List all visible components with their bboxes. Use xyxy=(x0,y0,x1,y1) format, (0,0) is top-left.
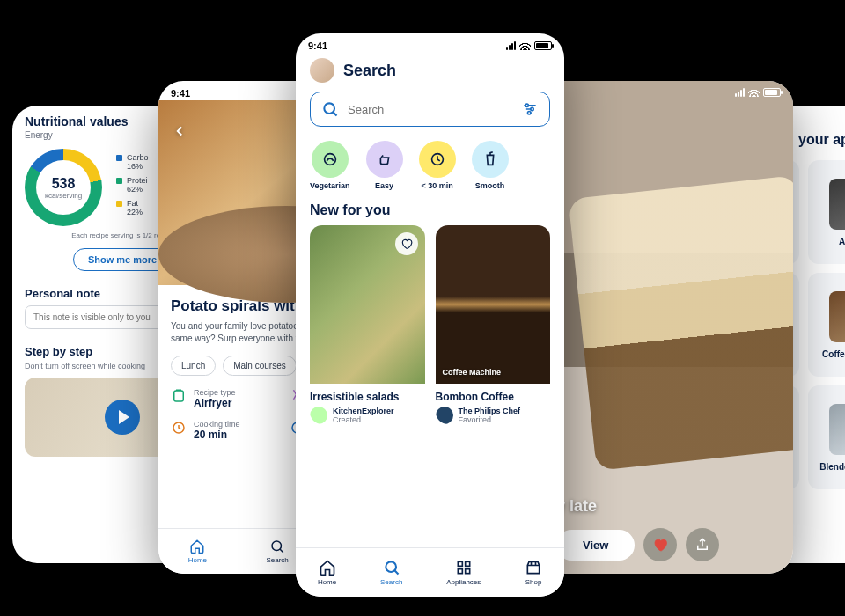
tag[interactable]: Main courses xyxy=(223,356,296,376)
view-button[interactable]: View xyxy=(556,530,635,561)
svg-point-11 xyxy=(528,112,531,114)
section-title: New for you xyxy=(296,195,564,225)
svg-point-8 xyxy=(324,103,334,114)
appliance-card[interactable]: Airfryer xyxy=(808,160,845,264)
card-salads[interactable]: Irresistible salads KitchenExplorerCreat… xyxy=(310,225,425,424)
card-coffee[interactable]: Coffee Machine Bombon Coffee The Philips… xyxy=(436,225,551,424)
tab-search[interactable]: Search xyxy=(380,559,402,586)
clock-icon xyxy=(171,420,187,436)
tab-bar: Home Search Appliances Shop xyxy=(296,547,564,597)
svg-rect-18 xyxy=(465,569,469,574)
kcal-value: 538 xyxy=(52,176,76,192)
screen-search: 9:41 Search Vegetarian Easy < 30 min Smo… xyxy=(296,33,564,597)
play-icon[interactable] xyxy=(105,400,140,435)
tab-appliances[interactable]: Appliances xyxy=(446,559,481,586)
favorite-button[interactable] xyxy=(395,232,418,255)
svg-point-12 xyxy=(324,154,335,165)
card-title: Irresistible salads xyxy=(310,391,425,403)
svg-rect-15 xyxy=(458,561,462,566)
card-overlay-label: Coffee Machine xyxy=(443,368,502,377)
back-icon[interactable] xyxy=(172,123,187,139)
screen-coffee: y late View xyxy=(542,81,793,574)
tab-home[interactable]: Home xyxy=(318,559,336,586)
search-box[interactable] xyxy=(310,92,550,127)
show-more-button[interactable]: Show me more xyxy=(73,248,172,271)
creator-avatar xyxy=(310,407,327,424)
svg-point-10 xyxy=(531,107,533,110)
status-bar: 9:41 xyxy=(296,33,564,53)
svg-rect-17 xyxy=(458,569,462,574)
creator-avatar xyxy=(436,407,453,424)
page-title: Search xyxy=(343,62,396,80)
search-input[interactable] xyxy=(348,103,512,116)
chip-time[interactable]: < 30 min xyxy=(419,141,456,190)
chip-vegetarian[interactable]: Vegetarian xyxy=(310,141,350,190)
heart-button[interactable] xyxy=(643,528,677,561)
svg-rect-0 xyxy=(174,391,184,401)
card-title: Bombon Coffee xyxy=(436,391,551,403)
avatar[interactable] xyxy=(310,58,334,83)
nutrition-legend: Carbo16% Protei62% Fat22% xyxy=(116,153,149,222)
tab-shop[interactable]: Shop xyxy=(525,559,542,586)
tab-search[interactable]: Search xyxy=(266,539,288,564)
appliance-card[interactable]: Coffee Machine xyxy=(808,273,845,377)
chip-easy[interactable]: Easy xyxy=(366,141,403,190)
chip-smoothie[interactable]: Smooth xyxy=(472,141,509,190)
tab-home[interactable]: Home xyxy=(188,539,207,564)
svg-rect-16 xyxy=(465,561,469,566)
search-icon xyxy=(321,100,339,118)
filter-icon[interactable] xyxy=(521,100,539,118)
kcal-unit: kcal/serving xyxy=(45,192,82,200)
svg-point-3 xyxy=(272,541,282,551)
appliance-card[interactable]: Blender & Juicer xyxy=(808,385,845,489)
status-bar xyxy=(542,81,793,99)
share-button[interactable] xyxy=(686,528,719,561)
svg-point-14 xyxy=(386,561,396,572)
appliance-icon xyxy=(171,388,187,404)
svg-point-9 xyxy=(525,104,528,106)
nutrition-donut: 538 kcal/serving xyxy=(25,149,102,226)
tag[interactable]: Lunch xyxy=(171,356,216,376)
